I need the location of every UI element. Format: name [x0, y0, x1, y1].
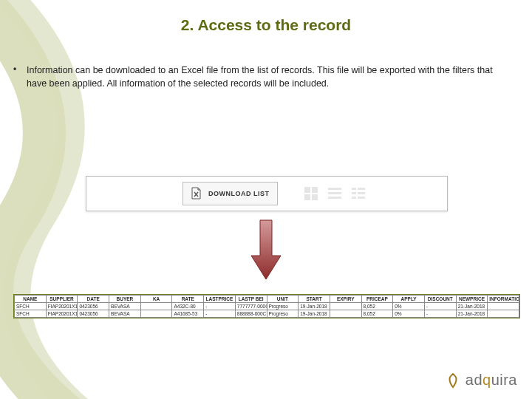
bullet-text: • Information can be downloaded to an Ex…	[27, 64, 505, 90]
table-cell: 8,052	[361, 303, 393, 310]
table-cell	[330, 310, 361, 318]
table-cell: 19-Jan-2018	[299, 303, 330, 310]
svg-rect-2	[304, 194, 310, 200]
table-cell: FIAP20201X110	[46, 303, 78, 310]
table-header: INFORMATION	[488, 296, 519, 303]
table-header: EXPIRY	[330, 296, 361, 303]
table-cell	[488, 303, 519, 310]
table-row: SFCHFIAP20201X1100423056BEVASAA432C-80-7…	[15, 303, 519, 310]
table-cell	[488, 310, 519, 318]
table-header: LASTPRICE	[204, 296, 236, 303]
list-view-icon[interactable]	[327, 185, 343, 202]
table-cell: 21-Jan-2018	[456, 310, 488, 318]
table-header: KA	[140, 296, 172, 303]
table-cell: Progreso	[267, 303, 299, 310]
view-mode-icons	[303, 185, 366, 202]
table-cell: 19-Jan-2018	[299, 310, 330, 318]
table-cell	[330, 303, 361, 310]
table-cell: -	[204, 310, 236, 318]
table-header: DATE	[78, 296, 109, 303]
table-cell: 21-Jan-2018	[456, 303, 488, 310]
svg-rect-9	[352, 192, 356, 194]
table-cell: 7777777-000C	[235, 303, 267, 310]
download-bar: DOWNLOAD LIST	[86, 176, 448, 211]
table-header: START	[299, 296, 330, 303]
table-cell: A432C-80	[172, 303, 204, 310]
table-cell: SFCH	[15, 303, 47, 310]
svg-rect-10	[358, 192, 365, 194]
logo-mark-icon	[445, 372, 461, 389]
table-cell: BEVASA	[109, 303, 141, 310]
adquira-logo: adquira	[445, 372, 517, 389]
table-row: SFCHFIAP20201X1100423056BEVASAA41685-53-…	[15, 310, 519, 318]
table-header: SUPPLIER	[46, 296, 78, 303]
bullet-content: Information can be downloaded to an Exce…	[27, 65, 493, 89]
table-header: NAME	[15, 296, 47, 303]
table-header: BUYER	[109, 296, 141, 303]
slide-title: 2. Access to the record	[0, 16, 532, 34]
svg-rect-6	[328, 197, 341, 199]
svg-rect-7	[352, 188, 356, 190]
table-cell: 0423056	[78, 310, 109, 318]
table-header: PRICEAP	[361, 296, 393, 303]
table-cell: 0%	[393, 303, 425, 310]
download-button-label: DOWNLOAD LIST	[208, 190, 270, 197]
table-cell: -	[424, 310, 456, 318]
table-cell: BEVASA	[109, 310, 141, 318]
arrow-down	[250, 219, 282, 281]
table-cell: 0423056	[78, 303, 109, 310]
table-cell: 0%	[393, 310, 425, 318]
detail-view-icon[interactable]	[350, 185, 366, 202]
table-cell	[140, 310, 172, 318]
svg-rect-12	[358, 197, 365, 199]
table-cell: 888888-000C	[235, 310, 267, 318]
table-cell: A41685-53	[172, 310, 204, 318]
svg-rect-8	[358, 188, 365, 190]
table-cell: Progreso	[267, 310, 299, 318]
table-header: LASTP BEI	[235, 296, 267, 303]
svg-rect-3	[312, 194, 318, 200]
svg-rect-4	[328, 188, 341, 190]
table-header: RATE	[172, 296, 204, 303]
table-cell	[140, 303, 172, 310]
svg-rect-0	[304, 187, 310, 193]
table-cell: 8,052	[361, 310, 393, 318]
table-header: NEWPRICE	[456, 296, 488, 303]
excel-export-preview: NAMESUPPLIERDATEBUYERKARATELASTPRICELAST…	[13, 294, 520, 318]
table-cell: -	[424, 303, 456, 310]
excel-file-icon	[191, 187, 202, 200]
grid-view-icon[interactable]	[303, 185, 319, 202]
bullet-dot: •	[13, 64, 16, 76]
table-cell: FIAP20201X110	[46, 310, 78, 318]
svg-rect-1	[312, 187, 318, 193]
table-cell: SFCH	[15, 310, 47, 318]
table-header: DISCOUNT	[424, 296, 456, 303]
table-header: APPLY	[393, 296, 425, 303]
table-header: UNIT	[267, 296, 299, 303]
download-list-button[interactable]: DOWNLOAD LIST	[183, 182, 278, 205]
svg-rect-11	[352, 197, 356, 199]
table-cell: -	[204, 303, 236, 310]
svg-rect-5	[328, 192, 341, 194]
logo-text: adquira	[466, 372, 517, 389]
